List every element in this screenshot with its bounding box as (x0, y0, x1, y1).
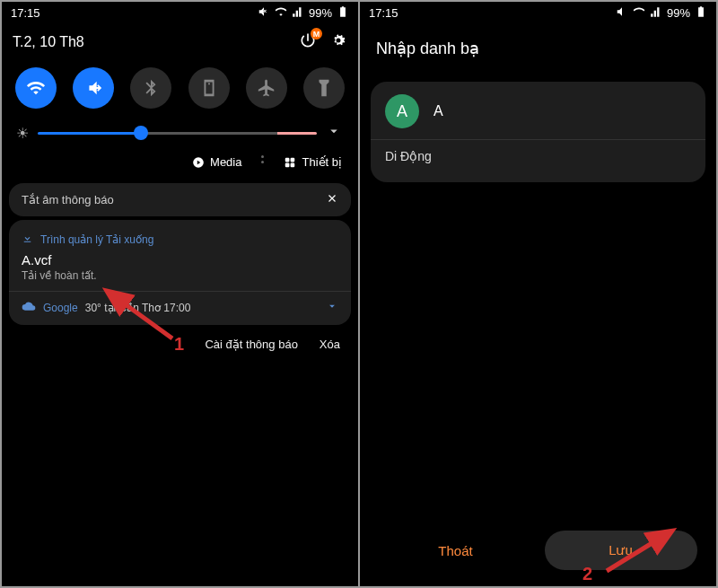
gear-icon[interactable] (329, 31, 347, 53)
download-status: Tải về hoàn tất. (22, 269, 338, 282)
mute-icon (258, 5, 270, 21)
screen-notification-panel: 17:15 99% T.2, 10 Th8 M (2, 2, 360, 586)
weather-text: 30° tại Cần Thơ 17:00 (85, 302, 319, 314)
media-button[interactable]: Media (192, 155, 241, 169)
annotation-number-1: 1 (174, 334, 184, 355)
status-time: 17:15 (369, 6, 398, 20)
homescreen-background: ⏰Đồng hồ 📁File của bạn ⚙Cài đặt ▲Drive 🛍… (2, 425, 358, 586)
status-indicators: 99% (616, 5, 707, 21)
chevron-down-icon[interactable] (326, 123, 344, 143)
svg-rect-2 (291, 157, 295, 162)
bottom-action-bar: Thoát Lưu (360, 531, 716, 570)
wifi-icon (633, 5, 645, 21)
status-battery: 99% (309, 6, 332, 20)
app-files[interactable]: 📁File của bạn (98, 432, 178, 483)
qs-airplane[interactable] (246, 67, 287, 109)
quick-settings-row (2, 58, 358, 118)
annotation-number-2: 2 (582, 564, 592, 584)
media-devices-row: Media Thiết bị (2, 148, 358, 180)
contact-card[interactable]: A A Di Động (371, 82, 705, 182)
avatar: A (385, 94, 419, 128)
panel-date: T.2, 10 Th8 (13, 34, 84, 50)
weather-row[interactable]: Google 30° tại Cần Thơ 17:00 (22, 299, 338, 316)
slider-thumb[interactable] (134, 126, 148, 140)
chevron-down-icon[interactable] (326, 300, 338, 315)
signal-icon (292, 5, 304, 21)
download-notification[interactable]: Trình quản lý Tải xuống A.vcf Tải về hoà… (9, 220, 351, 325)
cloud-icon (22, 299, 36, 316)
qs-sound[interactable] (73, 67, 114, 109)
status-battery: 99% (667, 6, 690, 20)
cancel-button[interactable]: Thoát (380, 531, 532, 570)
app-drive[interactable]: ▲Drive (267, 432, 347, 483)
signal-icon (650, 5, 662, 21)
clear-button[interactable]: Xóa (320, 338, 340, 351)
status-indicators: 99% (258, 5, 349, 21)
wifi-icon (275, 5, 287, 21)
app-settings[interactable]: ⚙Cài đặt (183, 432, 263, 483)
phone-type: Di Động (385, 149, 691, 163)
app-play-store[interactable]: ▶CH Play (183, 488, 263, 540)
qs-flashlight[interactable] (303, 67, 345, 109)
app-google[interactable]: GGoogle (267, 488, 347, 540)
close-icon[interactable] (326, 192, 338, 207)
download-icon (22, 233, 33, 247)
screen-import-contact: 17:15 99% Nhập danh bạ A A Di Động Thoát… (360, 2, 716, 586)
sun-icon: ☀ (16, 125, 29, 142)
page-title: Nhập danh bạ (360, 24, 716, 76)
devices-button[interactable]: Thiết bị (284, 155, 342, 169)
separator-dots (261, 155, 264, 169)
battery-icon (695, 5, 707, 21)
battery-icon (337, 5, 349, 21)
status-bar: 17:15 99% (2, 2, 358, 24)
slider-track[interactable] (38, 132, 317, 135)
download-source: Trình quản lý Tải xuống (40, 233, 153, 246)
power-icon[interactable]: M (299, 31, 317, 53)
save-button[interactable]: Lưu (545, 531, 697, 570)
qs-bluetooth[interactable] (130, 67, 171, 109)
qs-rotate[interactable] (188, 67, 230, 109)
status-time: 17:15 (11, 6, 40, 20)
svg-rect-4 (291, 162, 295, 167)
svg-rect-1 (285, 157, 290, 162)
weather-source: Google (43, 302, 78, 314)
download-filename: A.vcf (22, 252, 338, 268)
contact-name: A (433, 103, 443, 119)
svg-rect-3 (285, 162, 290, 167)
brightness-slider[interactable]: ☀ (2, 118, 358, 148)
panel-header: T.2, 10 Th8 M (2, 24, 358, 58)
app-clock[interactable]: ⏰Đồng hồ (13, 432, 92, 483)
notification-settings-button[interactable]: Cài đặt thông báo (205, 338, 297, 351)
mute-icon (616, 5, 628, 21)
status-bar: 17:15 99% (360, 2, 716, 24)
app-galaxy-store[interactable]: 🛍Galaxy Store (13, 488, 92, 540)
badge-m: M (311, 28, 322, 39)
silent-notification-header: Tắt âm thông báo (9, 183, 351, 216)
app-gallery[interactable]: 🌸Bộ sưu tập (98, 488, 178, 540)
qs-wifi[interactable] (15, 67, 57, 109)
silent-notif-title: Tắt âm thông báo (22, 193, 114, 206)
